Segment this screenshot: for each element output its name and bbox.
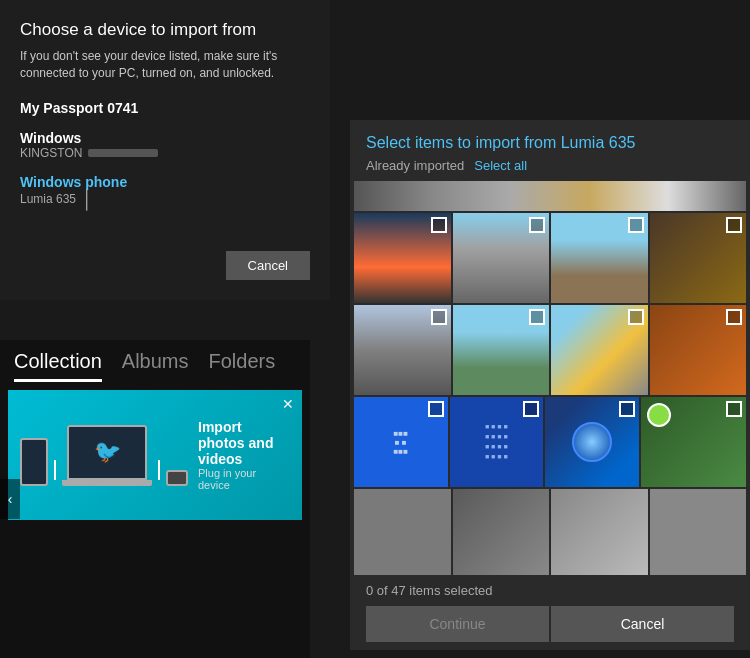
left-arrow-button[interactable]: ‹ [0,479,20,519]
selection-count: 0 of 47 items selected [366,583,734,598]
bird-icon: 🐦 [94,439,121,465]
photo-cell[interactable] [453,305,550,395]
cable-icon2 [158,460,160,480]
import-footer: 0 of 47 items selected Continue Cancel [350,575,750,650]
photo-cell[interactable] [551,489,648,575]
footer-buttons: Continue Cancel [366,606,734,642]
photo-checkbox[interactable] [628,217,644,233]
device-windowsphone-name: Windows phone [20,174,310,190]
photo-checkbox[interactable] [726,217,742,233]
banner-device-icons: 🐦 [20,425,188,486]
import-heading: Select items to import from Lumia 635 [366,134,734,152]
photo-checkbox[interactable] [431,217,447,233]
grid-row-0 [354,181,746,211]
import-banner: ✕ 🐦 Import photos and videos Plug in you… [8,390,302,520]
select-all-button[interactable]: Select all [474,158,527,173]
tab-folders[interactable]: Folders [209,350,276,382]
photo-checkbox[interactable] [529,217,545,233]
grid-row-1 [354,213,746,303]
kingston-progress-bar [88,149,158,157]
photo-cell[interactable] [650,213,747,303]
device-mypassport-name: My Passport 0741 [20,100,310,116]
photo-strip[interactable] [354,181,746,211]
nav-tabs: Collection Albums Folders [0,340,310,382]
phone-icon [20,438,48,486]
grid-row-4 [354,489,746,575]
import-panel: Select items to import from Lumia 635 Al… [350,120,750,650]
photo-cell[interactable]: ■■■■ ■■■■ [354,397,448,487]
close-banner-icon[interactable]: ✕ [282,396,294,412]
cancel-button-right[interactable]: Cancel [551,606,734,642]
cable-icon [54,460,56,480]
photo-cell[interactable] [650,305,747,395]
photo-cell[interactable] [354,305,451,395]
photo-cell[interactable] [453,213,550,303]
bsod-text2: ■ ■ ■ ■■ ■ ■ ■■ ■ ■ ■■ ■ ■ ■ [481,418,512,465]
photo-cell[interactable] [354,213,451,303]
collection-panel: Collection Albums Folders ✕ 🐦 Import pho… [0,340,310,658]
banner-title: Import photos and videos [198,419,290,467]
device-windows-sub: KINGSTON [20,146,310,160]
photo-checkbox[interactable] [726,309,742,325]
photo-cell[interactable] [453,489,550,575]
green-circle [647,403,671,427]
device-windows[interactable]: Windows KINGSTON [20,130,310,160]
banner-desc: Plug in your device [198,467,290,491]
photo-grid: ■■■■ ■■■■ ■ ■ ■ ■■ ■ ■ ■■ ■ ■ ■■ ■ ■ ■ [350,181,750,575]
photo-cell[interactable] [354,489,451,575]
tab-collection[interactable]: Collection [14,350,102,382]
circle-graphic [572,422,612,462]
photo-checkbox[interactable] [619,401,635,417]
device-windowsphone[interactable]: Windows phone Lumia 635 │ [20,174,310,208]
import-device-name: Lumia 635 [561,134,636,151]
choose-device-panel: Choose a device to import from If you do… [0,0,330,300]
laptop-icon: 🐦 [62,425,152,486]
import-header: Select items to import from Lumia 635 Al… [350,120,750,181]
continue-button[interactable]: Continue [366,606,549,642]
device-mypassport[interactable]: My Passport 0741 [20,100,310,116]
photo-cell[interactable] [551,305,648,395]
camera-icon [166,470,188,486]
photo-cell[interactable] [650,489,747,575]
choose-device-subtitle: If you don't see your device listed, mak… [20,48,310,82]
photo-cell[interactable] [641,397,747,487]
photo-checkbox[interactable] [726,401,742,417]
cursor-indicator: │ [82,190,93,208]
device-windows-name: Windows [20,130,310,146]
photo-cell[interactable] [545,397,639,487]
grid-row-3: ■■■■ ■■■■ ■ ■ ■ ■■ ■ ■ ■■ ■ ■ ■■ ■ ■ ■ [354,397,746,487]
banner-text: Import photos and videos Plug in your de… [198,419,290,491]
choose-device-title: Choose a device to import from [20,20,310,40]
imported-bar: Already imported Select all [366,158,734,173]
photo-checkbox[interactable] [428,401,444,417]
cancel-button-left[interactable]: Cancel [226,251,310,280]
photo-checkbox[interactable] [431,309,447,325]
photo-checkbox[interactable] [529,309,545,325]
import-heading-text: Select items to import from [366,134,561,151]
bsod-text: ■■■■ ■■■■ [394,429,409,456]
laptop-base [62,480,152,486]
photo-checkbox[interactable] [628,309,644,325]
photo-cell[interactable] [551,213,648,303]
photo-checkbox[interactable] [523,401,539,417]
already-imported-label: Already imported [366,158,464,173]
grid-row-2 [354,305,746,395]
device-windowsphone-sub: Lumia 635 │ [20,190,310,208]
photo-cell[interactable]: ■ ■ ■ ■■ ■ ■ ■■ ■ ■ ■■ ■ ■ ■ [450,397,544,487]
tab-albums[interactable]: Albums [122,350,189,382]
